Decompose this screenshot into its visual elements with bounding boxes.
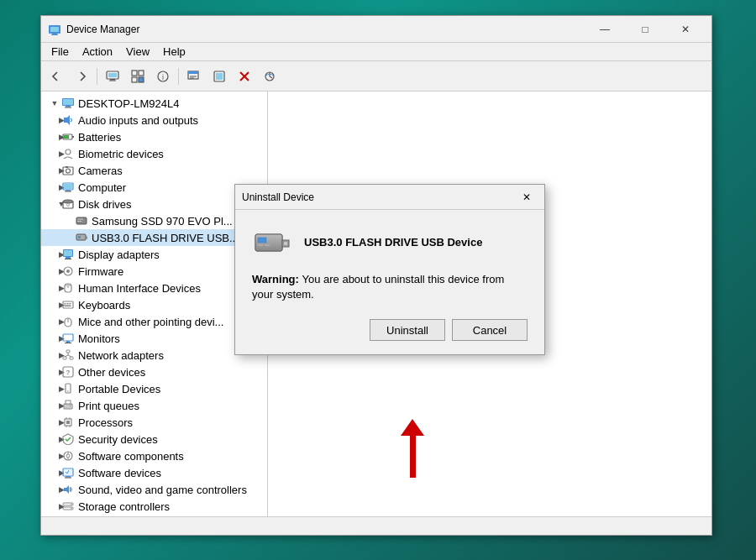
svg-rect-34 (66, 166, 68, 168)
svg-point-33 (66, 169, 71, 173)
other-arrow: ▶ (48, 365, 61, 379)
tree-processors[interactable]: ▶ Processors (41, 414, 267, 431)
tree-cameras[interactable]: ▶ Cameras (41, 162, 267, 179)
menu-help[interactable]: Help (156, 44, 192, 60)
dialog-buttons: Uninstall Cancel (252, 319, 528, 341)
back-button[interactable] (45, 65, 68, 88)
ssd-icon (75, 214, 88, 228)
svg-rect-45 (76, 234, 86, 240)
svg-rect-10 (132, 77, 137, 82)
tree-network[interactable]: ▶ Network adapters (41, 347, 267, 364)
svg-point-81 (70, 405, 71, 406)
audio-icon (61, 113, 75, 127)
tree-software-dev[interactable]: ▶ Software devices (41, 464, 267, 481)
computer-label: Computer (78, 181, 126, 194)
svg-rect-108 (284, 242, 287, 245)
tree-usb-flash[interactable]: USB3.0 FLASH DRIVE USB... (41, 229, 267, 246)
sound-label: Sound, video and game controllers (78, 484, 247, 496)
svg-rect-62 (65, 306, 71, 307)
scan-hardware-btn[interactable] (258, 65, 281, 88)
properties-btn[interactable]: i (151, 65, 175, 88)
monitors-arrow: ▶ (48, 332, 61, 345)
root-label: DESKTOP-LM924L4 (78, 97, 179, 110)
scan-changes-btn[interactable] (182, 65, 206, 88)
storage-icon (61, 500, 75, 513)
tree-sound[interactable]: ▶ Sound, video and game controllers (41, 481, 267, 498)
dialog-close-button[interactable]: ✕ (516, 187, 538, 207)
hid-label: Human Interface Devices (78, 282, 201, 295)
tree-storage[interactable]: ▶ Storage controllers (41, 498, 267, 515)
tree-firmware[interactable]: ▶ Firmware (41, 263, 267, 280)
tree-monitors[interactable]: ▶ Monitors (41, 330, 267, 347)
maximize-button[interactable]: □ (626, 17, 664, 42)
other-label: Other devices (78, 366, 145, 379)
print-arrow: ▶ (48, 399, 61, 412)
svg-rect-65 (63, 334, 73, 341)
tree-software-comp[interactable]: ▶ Software components (41, 447, 267, 464)
title-bar: Device Manager — □ ✕ (41, 16, 711, 43)
svg-rect-47 (78, 236, 81, 238)
menu-view[interactable]: View (119, 44, 156, 60)
minimize-button[interactable]: — (585, 17, 624, 42)
menu-file[interactable]: File (45, 44, 76, 60)
display-label: Display adapters (78, 249, 160, 261)
usb-flash-icon (75, 231, 88, 244)
uninstall-button[interactable]: Uninstall (370, 319, 445, 341)
processors-label: Processors (78, 416, 133, 429)
tree-disk-drives[interactable]: ▼ Disk drives (41, 196, 267, 212)
window-controls: — □ ✕ (585, 17, 705, 42)
sound-arrow: ▶ (48, 483, 61, 496)
processors-icon (61, 416, 75, 429)
menu-bar: File Action View Help (41, 43, 711, 61)
svg-rect-36 (64, 184, 72, 189)
security-arrow: ▶ (48, 432, 61, 446)
root-arrow: ▼ (48, 97, 61, 110)
svg-rect-109 (258, 238, 266, 243)
sound-icon (61, 483, 75, 496)
forward-button[interactable] (70, 65, 93, 88)
tree-mice[interactable]: ▶ Mice and other pointing devi... (41, 313, 267, 330)
tree-root[interactable]: ▼ DESKTOP-LM924L4 (41, 95, 267, 112)
svg-rect-43 (77, 219, 83, 220)
tree-biometric[interactable]: ▶ Biometric devices (41, 145, 267, 162)
tree-security[interactable]: ▶ Security devices (41, 431, 267, 447)
svg-rect-66 (66, 341, 70, 343)
tree-keyboards[interactable]: ▶ Keyboards (41, 296, 267, 313)
mice-arrow: ▶ (48, 315, 61, 328)
device-manager-btn[interactable] (101, 65, 124, 88)
svg-rect-25 (66, 106, 71, 107)
tree-other[interactable]: ▶ ? Other devices (41, 364, 267, 380)
tree-display[interactable]: ▶ Display adapters (41, 246, 267, 263)
tree-computer[interactable]: ▶ Computer (41, 179, 267, 196)
svg-rect-60 (67, 303, 69, 305)
tree-audio[interactable]: ▶ Audio inputs and outputs (41, 112, 267, 128)
close-button[interactable]: ✕ (666, 17, 705, 42)
menu-action[interactable]: Action (76, 44, 119, 60)
svg-rect-68 (66, 350, 70, 353)
update-driver-btn[interactable] (207, 65, 231, 88)
svg-point-77 (67, 390, 69, 392)
monitors-icon (61, 332, 75, 345)
svg-rect-51 (65, 259, 71, 259)
tree-print[interactable]: ▶ Print queues (41, 397, 267, 414)
software-dev-label: Software devices (78, 467, 161, 479)
tree-samsung-ssd[interactable]: Samsung SSD 970 EVO Pl... (41, 212, 267, 229)
show-hidden-btn[interactable] (126, 65, 150, 88)
cameras-arrow: ▶ (48, 164, 61, 177)
svg-point-89 (66, 454, 70, 458)
svg-point-40 (63, 200, 73, 203)
tree-portable[interactable]: ▶ Portable Devices (41, 380, 267, 397)
software-dev-arrow: ▶ (48, 466, 61, 479)
uninstall-btn[interactable] (233, 65, 256, 88)
tree-batteries[interactable]: ▶ Batteries (41, 128, 267, 145)
svg-point-101 (71, 504, 71, 505)
dialog-device-icon (252, 227, 292, 257)
svg-text:?: ? (66, 369, 71, 376)
tree-hid[interactable]: ▶ Human Interface Devices (41, 280, 267, 296)
separator-2 (178, 68, 179, 85)
display-icon (61, 248, 75, 261)
software-comp-label: Software components (78, 450, 184, 463)
svg-rect-37 (66, 190, 71, 191)
cancel-button[interactable]: Cancel (452, 319, 528, 341)
svg-rect-24 (63, 99, 73, 105)
